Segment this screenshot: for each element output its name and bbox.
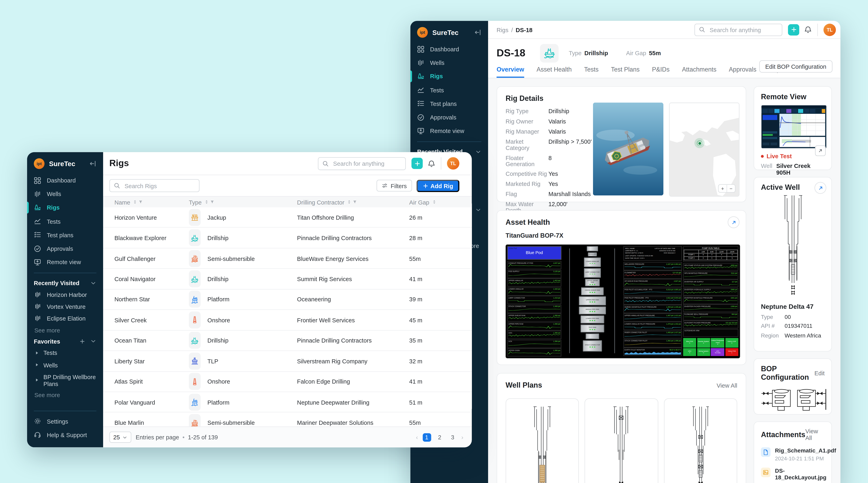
global-search[interactable] <box>694 24 782 36</box>
sort-controls[interactable] <box>204 199 214 204</box>
avatar[interactable]: TL <box>824 24 836 36</box>
rig-type-icon <box>189 312 201 328</box>
recently-visited-header[interactable]: Recently Visited <box>27 277 103 289</box>
well-plans-view-all-link[interactable]: View All <box>717 382 737 388</box>
map-zoom-out-button[interactable]: − <box>726 185 735 192</box>
recent-see-more-link[interactable]: See more <box>27 324 103 336</box>
sidebar-item-rigs[interactable]: Rigs <box>410 69 488 83</box>
filters-button[interactable]: Filters <box>377 180 412 192</box>
table-row-blue-marlin[interactable]: Blue MarlinSemi-submersibleMariner Deepw… <box>103 413 472 427</box>
edit-bop-configuration-button[interactable]: Edit BOP Configuration <box>759 60 832 72</box>
rig-location-map[interactable]: + − <box>669 102 739 197</box>
remote-view-card: Remote View <box>753 86 832 170</box>
sidebar-item-remote-view[interactable]: Remote view <box>410 124 488 138</box>
asset-health-expand-button[interactable] <box>728 216 740 228</box>
table-row-atlas-spirit[interactable]: Atlas SpiritOnshoreFalcon Edge Drilling4… <box>103 372 472 392</box>
pager-next-button[interactable]: › <box>461 434 463 441</box>
bop-edit-link[interactable]: Edit <box>814 369 825 376</box>
tab-overview[interactable]: Overview <box>497 66 524 78</box>
create-button[interactable] <box>788 24 799 35</box>
tab-tests[interactable]: Tests <box>584 66 599 78</box>
tab-asset-health[interactable]: Asset Health <box>537 66 572 78</box>
attachment-item[interactable]: Rig_Schematic_A1.pdf2024-10-21 1:51 PM <box>761 447 825 461</box>
sidebar-item-test-plans[interactable]: Test plans <box>410 97 488 110</box>
column-header-name[interactable]: Name <box>103 199 189 205</box>
recent-item-vortex-venture[interactable]: Vortex Venture <box>27 300 103 313</box>
add-rig-button[interactable]: Add Rig <box>416 180 459 192</box>
search-rigs[interactable] <box>110 179 199 192</box>
table-row-silver-creek[interactable]: Silver CreekOnshoreFrontier Well Service… <box>103 310 472 331</box>
column-header-air-gap[interactable]: Air Gap <box>409 199 472 205</box>
map-zoom-in-button[interactable]: + <box>719 185 726 192</box>
recent-item-eclipse-elation[interactable]: Eclipse Elation <box>27 313 103 324</box>
sidebar-item-tests[interactable]: Tests <box>410 83 488 97</box>
favorites-see-more-link[interactable]: See more <box>27 390 103 401</box>
recent-item-horizon-harbor[interactable]: Horizon Harbor <box>27 289 103 300</box>
page-size-select[interactable]: 25 <box>110 431 131 443</box>
table-row-blackwave-explorer[interactable]: Blackwave ExplorerDrillshipPinnacle Dril… <box>103 228 472 248</box>
column-header-drilling-contractor[interactable]: Drilling Contractor <box>297 199 409 205</box>
tab-p-ids[interactable]: P&IDs <box>652 66 670 78</box>
search-rigs-input[interactable] <box>124 182 195 190</box>
pager-page-3[interactable]: 3 <box>448 433 457 441</box>
table-row-ocean-titan[interactable]: Ocean TitanDrillshipPinnacle Drilling Co… <box>103 330 472 351</box>
monitor-chart-diverter-manifold-pressure: DIVERTER MANIFOLD PRESSURE1501 psi <box>683 296 738 304</box>
table-row-gulf-challenger[interactable]: Gulf ChallengerSemi-submersibleBlueWave … <box>103 248 472 269</box>
pager-page-1[interactable]: 1 <box>422 433 431 441</box>
table-row-northern-star[interactable]: Northern StarPlatformOceaneering39 m <box>103 289 472 310</box>
sidebar-item-wells[interactable]: Wells <box>27 187 103 201</box>
sidebar-item-dashboard[interactable]: Dashboard <box>410 42 488 56</box>
sidebar-item-test-plans[interactable]: Test plans <box>27 228 103 242</box>
sidebar-item-approvals[interactable]: Approvals <box>27 242 103 255</box>
pager-previous-button[interactable]: ‹ <box>416 434 418 441</box>
favorite-item-tests[interactable]: Tests <box>27 347 103 359</box>
column-header-type[interactable]: Type <box>189 199 297 205</box>
sidebar-item-tests[interactable]: Tests <box>27 215 103 228</box>
breadcrumb-current: DS-18 <box>516 26 533 33</box>
sidebar-collapse-icon[interactable] <box>474 29 481 36</box>
well-plan-card[interactable] <box>506 398 579 483</box>
table-row-horizon-venture[interactable]: Horizon VentureJackupTitan Offshore Dril… <box>103 207 472 228</box>
sidebar-item-dashboard[interactable]: Dashboard <box>27 173 103 187</box>
sort-controls[interactable] <box>431 199 437 204</box>
sidebar-item-rigs[interactable]: Rigs <box>27 201 103 214</box>
table-row-coral-navigator[interactable]: Coral NavigatorDrillshipSummit Rig Servi… <box>103 269 472 290</box>
cell-name: Blue Marlin <box>103 419 189 426</box>
sidebar-item-settings[interactable]: Settings <box>27 415 103 428</box>
sidebar-item-approvals[interactable]: Approvals <box>410 110 488 124</box>
remote-view-expand-button[interactable] <box>815 145 826 156</box>
tab-approvals[interactable]: Approvals <box>729 66 756 78</box>
sidebar-collapse-icon[interactable] <box>89 160 96 167</box>
map-marker <box>694 138 705 148</box>
global-search[interactable] <box>318 157 406 170</box>
global-search-input[interactable] <box>332 159 401 167</box>
table-row-polar-vanguard[interactable]: Polar VanguardPlatformNeptune Deepwater … <box>103 392 472 413</box>
well-plan-card[interactable] <box>664 398 737 483</box>
sort-controls[interactable] <box>347 199 357 204</box>
sidebar-item-help-support[interactable]: Help & Support <box>27 428 103 442</box>
create-button[interactable] <box>411 158 423 169</box>
avatar[interactable]: TL <box>447 157 459 169</box>
active-well-expand-button[interactable] <box>814 182 826 194</box>
notifications-icon[interactable] <box>428 160 435 167</box>
attachments-view-all-link[interactable]: View All <box>805 428 825 441</box>
breadcrumb-rigs[interactable]: Rigs <box>497 26 508 33</box>
sidebar-footer: SettingsHelp & Support <box>27 407 103 447</box>
sidebar-item-label: Tests <box>430 87 444 93</box>
cell-name: Gulf Challenger <box>103 255 189 262</box>
sidebar-item-wells[interactable]: Wells <box>410 56 488 69</box>
sort-controls[interactable] <box>132 199 143 204</box>
favorite-item-wells[interactable]: Wells <box>27 359 103 371</box>
favorite-item-bp-drilling-wellbore-plans[interactable]: BP Drilling Wellbore Plans <box>27 371 103 390</box>
cell-air-gap: 41 m <box>409 276 472 282</box>
global-search-input[interactable] <box>709 26 778 34</box>
table-row-liberty-star[interactable]: Liberty StarTLPSilverstream Rig Company3… <box>103 351 472 372</box>
sidebar-item-remote-view[interactable]: Remote view <box>27 255 103 269</box>
well-plan-card[interactable] <box>585 398 658 483</box>
pager-page-2[interactable]: 2 <box>435 433 444 441</box>
notifications-icon[interactable] <box>804 26 812 33</box>
attachment-item[interactable]: DS-18_DeckLayout.jpg2024-09-16 3:40 PM <box>761 467 825 483</box>
favorites-header[interactable]: Favorites <box>27 336 103 347</box>
tab-test-plans[interactable]: Test Plans <box>611 66 640 78</box>
tab-attachments[interactable]: Attachments <box>682 66 716 78</box>
